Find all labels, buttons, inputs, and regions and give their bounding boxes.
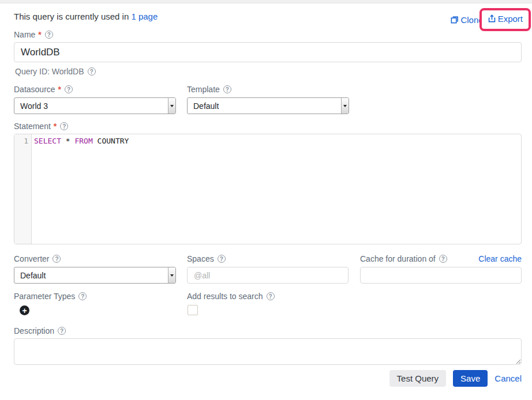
cache-help-icon[interactable]: ? <box>439 255 447 263</box>
converter-select[interactable]: Default <box>14 267 176 284</box>
toolbar: Clone Export <box>450 8 531 31</box>
cache-label: Cache for duration of? <box>360 254 447 263</box>
spaces-label: Spaces? <box>187 254 226 263</box>
usage-text: This query is currently used in <box>14 12 131 21</box>
cache-duration-input[interactable] <box>360 267 522 284</box>
datasource-help-icon[interactable]: ? <box>65 85 73 93</box>
name-label: Name*? <box>14 30 53 39</box>
action-buttons: Test Query Save Cancel <box>389 370 522 387</box>
sql-keyword: FROM <box>74 137 92 145</box>
line-number: 1 <box>24 137 28 145</box>
required-marker: * <box>54 122 57 131</box>
converter-help-icon[interactable]: ? <box>53 255 61 263</box>
cancel-link[interactable]: Cancel <box>494 373 522 383</box>
add-parameter-button[interactable]: + <box>20 305 29 315</box>
sql-editor[interactable]: 1 SELECT * FROM COUNTRY <box>14 134 522 244</box>
spaces-help-icon[interactable]: ? <box>218 255 226 263</box>
cache-field-wrap <box>360 267 522 284</box>
export-button[interactable]: Export <box>488 14 523 24</box>
required-marker: * <box>58 85 61 94</box>
parameter-types-label: Parameter Types? <box>14 292 87 301</box>
usage-note: This query is currently used in 1 page <box>14 12 158 21</box>
spaces-field-wrap <box>187 267 349 284</box>
sql-star: * <box>66 137 70 145</box>
export-icon <box>488 14 496 23</box>
description-field-wrap <box>14 338 522 365</box>
query-id: Query ID: WorldDB? <box>15 67 96 76</box>
add-results-help-icon[interactable]: ? <box>267 292 275 300</box>
export-label: Export <box>498 14 523 24</box>
spaces-input[interactable] <box>187 267 349 284</box>
name-help-icon[interactable]: ? <box>45 31 53 39</box>
template-label: Template? <box>187 85 231 94</box>
statement-help-icon[interactable]: ? <box>60 122 68 130</box>
add-results-checkbox[interactable] <box>188 305 198 315</box>
required-marker: * <box>38 30 41 39</box>
template-help-icon[interactable]: ? <box>223 85 231 93</box>
name-input[interactable] <box>14 42 522 62</box>
code-line: SELECT * FROM COUNTRY <box>34 137 521 145</box>
template-select[interactable]: Default <box>187 97 349 114</box>
top-strip <box>0 0 532 3</box>
usage-pages-link[interactable]: 1 page <box>131 12 158 21</box>
test-query-button[interactable]: Test Query <box>389 370 447 387</box>
save-button[interactable]: Save <box>453 370 488 387</box>
chevron-down-icon <box>168 98 175 114</box>
name-field-wrap <box>14 42 522 62</box>
datasource-select[interactable]: World 3 <box>14 97 176 114</box>
editor-code-area[interactable]: SELECT * FROM COUNTRY <box>32 134 521 244</box>
chevron-down-icon <box>341 98 349 114</box>
clone-button[interactable]: Clone <box>450 15 483 25</box>
description-help-icon[interactable]: ? <box>58 327 66 335</box>
export-highlight-annotation: Export <box>479 8 531 31</box>
clear-cache-link[interactable]: Clear cache <box>478 254 522 263</box>
chevron-down-icon <box>168 267 175 283</box>
description-label: Description? <box>14 326 66 335</box>
datasource-label: Datasource*? <box>14 85 73 94</box>
clone-icon <box>450 16 459 24</box>
add-results-label: Add results to search? <box>187 292 275 301</box>
statement-label: Statement*? <box>14 122 68 131</box>
converter-label: Converter? <box>14 254 61 263</box>
parameter-types-help-icon[interactable]: ? <box>78 292 87 300</box>
sql-keyword: SELECT <box>34 137 61 145</box>
query-id-help-icon[interactable]: ? <box>88 67 96 76</box>
description-textarea[interactable] <box>14 338 522 365</box>
sql-identifier: COUNTRY <box>98 137 129 145</box>
editor-gutter: 1 <box>14 134 32 244</box>
plus-icon: + <box>22 307 27 315</box>
